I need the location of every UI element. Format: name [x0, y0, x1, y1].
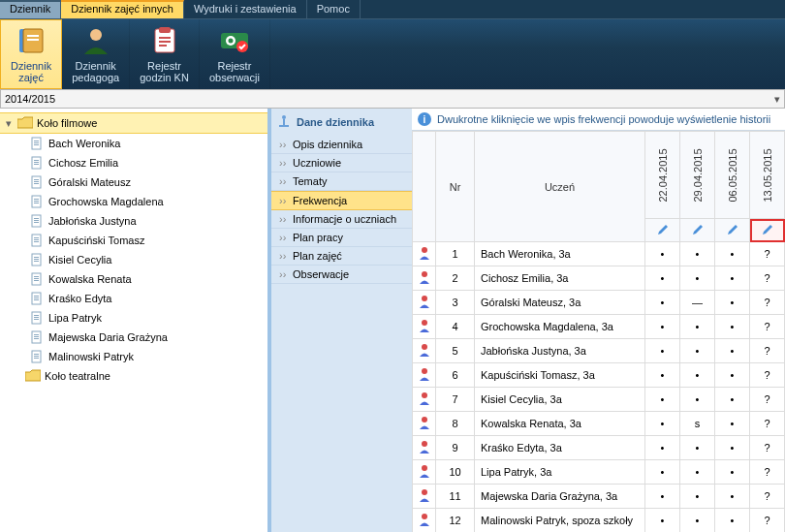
attendance-cell[interactable]: ?	[750, 315, 785, 339]
tab-dziennik-zajec-innych[interactable]: Dziennik zajęć innych	[61, 0, 184, 18]
attendance-cell[interactable]: ?	[750, 291, 785, 315]
attendance-cell[interactable]: •	[715, 291, 750, 315]
edit-col-0[interactable]	[645, 219, 680, 242]
attendance-cell[interactable]: —	[680, 291, 715, 315]
dane-item[interactable]: ››Frekwencja	[271, 191, 412, 210]
table-row[interactable]: 7Kisiel Cecylia, 3a•••?	[413, 388, 785, 412]
col-header-date-2[interactable]: 06.05.2015	[715, 132, 750, 219]
col-header-date-0[interactable]: 22.04.2015	[645, 132, 680, 219]
attendance-cell[interactable]: •	[715, 242, 750, 266]
attendance-cell[interactable]: •	[680, 485, 715, 509]
tree-student[interactable]: Cichosz Emilia	[0, 153, 267, 172]
table-row[interactable]: 1Bach Weronika, 3a•••?	[413, 242, 785, 266]
tree-node-kolo-teatralne[interactable]: Koło teatralne	[0, 366, 267, 386]
attendance-cell[interactable]: ?	[750, 242, 785, 266]
attendance-cell[interactable]: ?	[750, 436, 785, 460]
tree-student[interactable]: Góralski Mateusz	[0, 172, 267, 192]
attendance-cell[interactable]: •	[645, 485, 680, 509]
table-row[interactable]: 2Cichosz Emilia, 3a•••?	[413, 266, 785, 291]
table-row[interactable]: 11Majewska Daria Grażyna, 3a•••?	[413, 485, 785, 509]
dane-item[interactable]: ››Opis dziennika	[271, 136, 412, 154]
attendance-cell[interactable]: •	[680, 436, 715, 460]
year-selector[interactable]: 2014/2015 ▾	[0, 89, 785, 109]
table-row[interactable]: 4Grochowska Magdalena, 3a•••?	[413, 315, 785, 339]
tree-student[interactable]: Lipa Patryk	[0, 308, 267, 328]
attendance-cell[interactable]: •	[680, 388, 715, 412]
attendance-cell[interactable]: •	[715, 436, 750, 460]
attendance-cell[interactable]: •	[680, 242, 715, 266]
attendance-cell[interactable]: •	[680, 460, 715, 485]
attendance-cell[interactable]: ?	[750, 339, 785, 363]
tree-student[interactable]: Kraśko Edyta	[0, 289, 267, 308]
attendance-cell[interactable]: •	[715, 460, 750, 485]
attendance-cell[interactable]: •	[680, 363, 715, 388]
table-row[interactable]: 3Góralski Mateusz, 3a•—•?	[413, 291, 785, 315]
ribbon-dziennik-zajec[interactable]: Dziennik zajęć	[0, 19, 62, 89]
edit-col-2[interactable]	[715, 219, 750, 242]
tree-node-kolo-filmowe[interactable]: ▾ Koło filmowe	[0, 112, 267, 134]
attendance-cell[interactable]: •	[715, 412, 750, 436]
tree-student[interactable]: Kowalska Renata	[0, 269, 267, 289]
table-row[interactable]: 8Kowalska Renata, 3a•s•?	[413, 412, 785, 436]
attendance-cell[interactable]: •	[715, 315, 750, 339]
attendance-cell[interactable]: •	[645, 291, 680, 315]
table-row[interactable]: 6Kapuściński Tomasz, 3a•••?	[413, 363, 785, 388]
tree-student[interactable]: Kisiel Cecylia	[0, 250, 267, 269]
attendance-cell[interactable]: •	[715, 363, 750, 388]
dane-item[interactable]: ››Plan pracy	[271, 229, 412, 247]
attendance-cell[interactable]: •	[645, 266, 680, 291]
attendance-cell[interactable]: ?	[750, 485, 785, 509]
attendance-cell[interactable]: •	[645, 412, 680, 436]
table-row[interactable]: 9Kraśko Edyta, 3a•••?	[413, 436, 785, 460]
attendance-cell[interactable]: •	[715, 485, 750, 509]
attendance-cell[interactable]: ?	[750, 412, 785, 436]
attendance-cell[interactable]: •	[645, 242, 680, 266]
attendance-cell[interactable]: •	[645, 388, 680, 412]
attendance-cell[interactable]: ?	[750, 460, 785, 485]
col-header-nr[interactable]: Nr	[436, 132, 475, 242]
attendance-cell[interactable]: s	[680, 412, 715, 436]
tree-student[interactable]: Majewska Daria Grażyna	[0, 328, 267, 347]
attendance-cell[interactable]: •	[680, 509, 715, 533]
attendance-cell[interactable]: •	[645, 363, 680, 388]
tab-pomoc[interactable]: Pomoc	[307, 0, 361, 18]
attendance-cell[interactable]: ?	[750, 388, 785, 412]
col-header-date-1[interactable]: 29.04.2015	[680, 132, 715, 219]
attendance-cell[interactable]: •	[680, 266, 715, 291]
attendance-cell[interactable]: ?	[750, 509, 785, 533]
attendance-cell[interactable]: •	[680, 339, 715, 363]
edit-col-3[interactable]	[750, 219, 785, 242]
attendance-cell[interactable]: •	[715, 266, 750, 291]
dane-item[interactable]: ››Informacje o uczniach	[271, 210, 412, 229]
dane-item[interactable]: ››Plan zajęć	[271, 247, 412, 266]
tab-dziennik[interactable]: Dziennik	[0, 0, 61, 18]
edit-col-1[interactable]	[680, 219, 715, 242]
table-row[interactable]: 5Jabłońska Justyna, 3a•••?	[413, 339, 785, 363]
attendance-cell[interactable]: •	[645, 436, 680, 460]
tree-student[interactable]: Kapuściński Tomasz	[0, 231, 267, 250]
tree-student[interactable]: Jabłońska Justyna	[0, 211, 267, 231]
attendance-cell[interactable]: •	[645, 509, 680, 533]
attendance-cell[interactable]: •	[645, 315, 680, 339]
attendance-cell[interactable]: ?	[750, 363, 785, 388]
attendance-cell[interactable]: •	[715, 388, 750, 412]
attendance-cell[interactable]: •	[645, 339, 680, 363]
attendance-cell[interactable]: •	[715, 339, 750, 363]
tree-student[interactable]: Grochowska Magdalena	[0, 192, 267, 211]
attendance-cell[interactable]: •	[680, 315, 715, 339]
tab-wydruki[interactable]: Wydruki i zestawienia	[184, 0, 307, 18]
ribbon-rejestr-godzin[interactable]: Rejestr godzin KN	[130, 19, 200, 89]
attendance-cell[interactable]: •	[715, 509, 750, 533]
attendance-cell[interactable]: ?	[750, 266, 785, 291]
attendance-cell[interactable]: •	[645, 460, 680, 485]
table-row[interactable]: 10Lipa Patryk, 3a•••?	[413, 460, 785, 485]
ribbon-dziennik-pedagoga[interactable]: Dziennik pedagoga	[62, 19, 130, 89]
ribbon-rejestr-obserwacji[interactable]: Rejestr obserwacji	[200, 19, 270, 89]
tree-student[interactable]: Malinowski Patryk	[0, 347, 267, 366]
col-header-uczen[interactable]: Uczeń	[475, 132, 645, 242]
dane-item[interactable]: ››Tematy	[271, 172, 412, 191]
table-row[interactable]: 12Malinowski Patryk, spoza szkoły•••?	[413, 509, 785, 533]
col-header-date-3[interactable]: 13.05.2015	[750, 132, 785, 219]
dane-item[interactable]: ››Obserwacje	[271, 266, 412, 284]
tree-student[interactable]: Bach Weronika	[0, 134, 267, 153]
